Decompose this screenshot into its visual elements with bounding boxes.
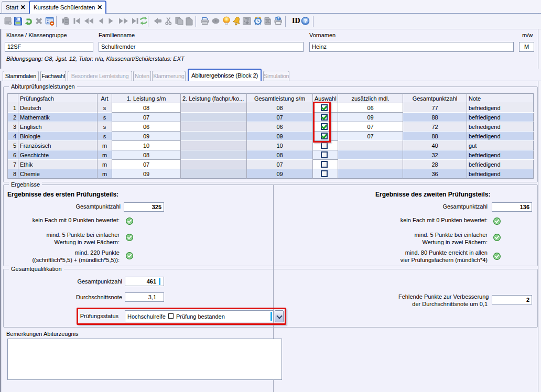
svg-text:?: ? <box>304 18 307 24</box>
svg-text:TB: TB <box>245 18 249 21</box>
